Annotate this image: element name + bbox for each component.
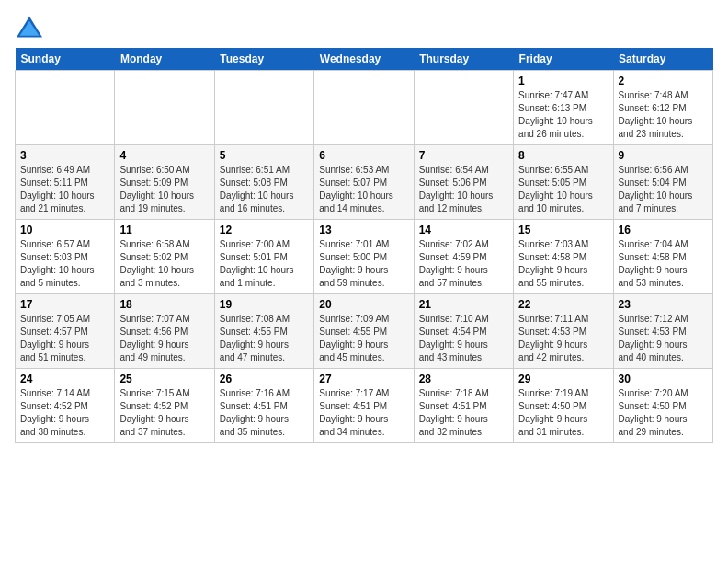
day-number: 28: [419, 373, 508, 385]
day-info: Sunrise: 7:16 AM Sunset: 4:51 PM Dayligh…: [220, 387, 309, 439]
day-number: 26: [220, 373, 309, 385]
day-info: Sunrise: 7:09 AM Sunset: 4:55 PM Dayligh…: [319, 313, 408, 364]
day-number: 24: [20, 373, 109, 385]
calendar-cell: [16, 71, 115, 145]
day-number: 16: [619, 224, 708, 236]
calendar-cell: 15Sunrise: 7:03 AM Sunset: 4:58 PM Dayli…: [514, 220, 613, 294]
calendar-cell: 24Sunrise: 7:14 AM Sunset: 4:52 PM Dayli…: [16, 369, 115, 443]
day-number: 23: [619, 298, 708, 311]
day-info: Sunrise: 6:50 AM Sunset: 5:09 PM Dayligh…: [119, 164, 209, 215]
day-info: Sunrise: 7:18 AM Sunset: 4:51 PM Dayligh…: [419, 387, 508, 439]
calendar-cell: 22Sunrise: 7:11 AM Sunset: 4:53 PM Dayli…: [514, 294, 613, 369]
calendar-cell: 20Sunrise: 7:09 AM Sunset: 4:55 PM Dayli…: [314, 294, 414, 369]
day-info: Sunrise: 6:57 AM Sunset: 5:03 PM Dayligh…: [20, 238, 109, 290]
calendar-cell: 23Sunrise: 7:12 AM Sunset: 4:53 PM Dayli…: [613, 294, 712, 369]
calendar-cell: 3Sunrise: 6:49 AM Sunset: 5:11 PM Daylig…: [16, 145, 115, 220]
calendar-cell: 7Sunrise: 6:54 AM Sunset: 5:06 PM Daylig…: [414, 145, 513, 220]
day-info: Sunrise: 7:04 AM Sunset: 4:58 PM Dayligh…: [619, 238, 708, 290]
day-info: Sunrise: 7:19 AM Sunset: 4:50 PM Dayligh…: [518, 387, 608, 439]
day-info: Sunrise: 6:54 AM Sunset: 5:06 PM Dayligh…: [419, 164, 508, 215]
weekday-header-tuesday: Tuesday: [214, 48, 313, 71]
day-number: 6: [319, 149, 408, 162]
day-number: 3: [20, 149, 109, 162]
logo-icon: [15, 15, 44, 40]
day-number: 17: [20, 298, 109, 311]
calendar-cell: 11Sunrise: 6:58 AM Sunset: 5:02 PM Dayli…: [115, 220, 214, 294]
calendar-cell: 21Sunrise: 7:10 AM Sunset: 4:54 PM Dayli…: [414, 294, 513, 369]
day-info: Sunrise: 7:07 AM Sunset: 4:56 PM Dayligh…: [119, 313, 209, 364]
calendar-cell: 14Sunrise: 7:02 AM Sunset: 4:59 PM Dayli…: [414, 220, 513, 294]
day-info: Sunrise: 7:01 AM Sunset: 5:00 PM Dayligh…: [319, 238, 408, 290]
day-number: 25: [119, 373, 209, 385]
day-number: 29: [518, 373, 608, 385]
day-number: 18: [119, 298, 209, 311]
day-number: 10: [20, 224, 109, 236]
weekday-header-thursday: Thursday: [414, 48, 513, 71]
calendar-cell: 25Sunrise: 7:15 AM Sunset: 4:52 PM Dayli…: [115, 369, 214, 443]
day-info: Sunrise: 6:49 AM Sunset: 5:11 PM Dayligh…: [20, 164, 109, 215]
day-info: Sunrise: 6:51 AM Sunset: 5:08 PM Dayligh…: [220, 164, 309, 215]
calendar-cell: 4Sunrise: 6:50 AM Sunset: 5:09 PM Daylig…: [115, 145, 214, 220]
calendar-cell: [115, 71, 214, 145]
day-info: Sunrise: 7:12 AM Sunset: 4:53 PM Dayligh…: [619, 313, 708, 364]
day-number: 13: [319, 224, 408, 236]
day-number: 11: [119, 224, 209, 236]
day-number: 8: [518, 149, 608, 162]
day-number: 22: [518, 298, 608, 311]
calendar-cell: [314, 71, 414, 145]
calendar-cell: 1Sunrise: 7:47 AM Sunset: 6:13 PM Daylig…: [514, 71, 613, 145]
day-number: 15: [518, 224, 608, 236]
day-info: Sunrise: 7:15 AM Sunset: 4:52 PM Dayligh…: [119, 387, 209, 439]
day-number: 12: [220, 224, 309, 236]
day-info: Sunrise: 6:55 AM Sunset: 5:05 PM Dayligh…: [518, 164, 608, 215]
day-info: Sunrise: 7:03 AM Sunset: 4:58 PM Dayligh…: [518, 238, 608, 290]
header: [15, 15, 713, 40]
day-info: Sunrise: 7:14 AM Sunset: 4:52 PM Dayligh…: [20, 387, 109, 439]
day-number: 4: [119, 149, 209, 162]
weekday-header-wednesday: Wednesday: [314, 48, 414, 71]
calendar-cell: 26Sunrise: 7:16 AM Sunset: 4:51 PM Dayli…: [214, 369, 313, 443]
calendar-cell: 27Sunrise: 7:17 AM Sunset: 4:51 PM Dayli…: [314, 369, 414, 443]
day-number: 1: [518, 75, 608, 87]
calendar-cell: [414, 71, 513, 145]
calendar-cell: 17Sunrise: 7:05 AM Sunset: 4:57 PM Dayli…: [16, 294, 115, 369]
day-info: Sunrise: 7:20 AM Sunset: 4:50 PM Dayligh…: [619, 387, 708, 439]
day-number: 20: [319, 298, 408, 311]
calendar-cell: 16Sunrise: 7:04 AM Sunset: 4:58 PM Dayli…: [613, 220, 712, 294]
day-info: Sunrise: 7:02 AM Sunset: 4:59 PM Dayligh…: [419, 238, 508, 290]
calendar-cell: 8Sunrise: 6:55 AM Sunset: 5:05 PM Daylig…: [514, 145, 613, 220]
calendar-cell: 19Sunrise: 7:08 AM Sunset: 4:55 PM Dayli…: [214, 294, 313, 369]
day-number: 19: [220, 298, 309, 311]
day-info: Sunrise: 7:17 AM Sunset: 4:51 PM Dayligh…: [319, 387, 408, 439]
day-info: Sunrise: 6:56 AM Sunset: 5:04 PM Dayligh…: [619, 164, 708, 215]
day-info: Sunrise: 7:10 AM Sunset: 4:54 PM Dayligh…: [419, 313, 508, 364]
weekday-header-monday: Monday: [115, 48, 214, 71]
calendar-cell: 2Sunrise: 7:48 AM Sunset: 6:12 PM Daylig…: [613, 71, 712, 145]
calendar-cell: 18Sunrise: 7:07 AM Sunset: 4:56 PM Dayli…: [115, 294, 214, 369]
day-number: 5: [220, 149, 309, 162]
day-number: 7: [419, 149, 508, 162]
calendar-cell: [214, 71, 313, 145]
logo: [15, 15, 46, 40]
day-number: 2: [619, 75, 708, 87]
day-number: 27: [319, 373, 408, 385]
day-info: Sunrise: 7:11 AM Sunset: 4:53 PM Dayligh…: [518, 313, 608, 364]
calendar-cell: 6Sunrise: 6:53 AM Sunset: 5:07 PM Daylig…: [314, 145, 414, 220]
weekday-header-saturday: Saturday: [613, 48, 712, 71]
weekday-header-friday: Friday: [514, 48, 613, 71]
calendar-table: SundayMondayTuesdayWednesdayThursdayFrid…: [15, 48, 713, 443]
calendar-cell: 30Sunrise: 7:20 AM Sunset: 4:50 PM Dayli…: [613, 369, 712, 443]
calendar-cell: 9Sunrise: 6:56 AM Sunset: 5:04 PM Daylig…: [613, 145, 712, 220]
calendar-cell: 28Sunrise: 7:18 AM Sunset: 4:51 PM Dayli…: [414, 369, 513, 443]
day-info: Sunrise: 6:53 AM Sunset: 5:07 PM Dayligh…: [319, 164, 408, 215]
day-info: Sunrise: 7:08 AM Sunset: 4:55 PM Dayligh…: [220, 313, 309, 364]
calendar-cell: 29Sunrise: 7:19 AM Sunset: 4:50 PM Dayli…: [514, 369, 613, 443]
calendar-cell: 12Sunrise: 7:00 AM Sunset: 5:01 PM Dayli…: [214, 220, 313, 294]
day-number: 21: [419, 298, 508, 311]
day-info: Sunrise: 7:00 AM Sunset: 5:01 PM Dayligh…: [220, 238, 309, 290]
calendar-cell: 5Sunrise: 6:51 AM Sunset: 5:08 PM Daylig…: [214, 145, 313, 220]
day-info: Sunrise: 7:05 AM Sunset: 4:57 PM Dayligh…: [20, 313, 109, 364]
day-number: 30: [619, 373, 708, 385]
day-number: 9: [619, 149, 708, 162]
day-number: 14: [419, 224, 508, 236]
